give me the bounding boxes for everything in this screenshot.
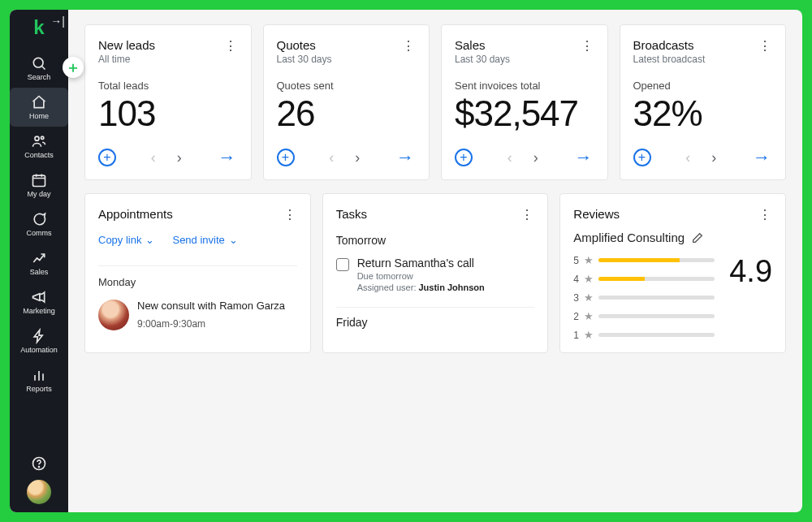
- bar-fill: [598, 277, 645, 281]
- card-quotes: Quotes Last 30 days ⋮ Quotes sent 26 + ‹…: [263, 24, 430, 180]
- card-subtitle: Last 30 days: [455, 54, 510, 65]
- day-header: Friday: [336, 316, 535, 329]
- chevron-right-icon[interactable]: ›: [347, 147, 368, 168]
- task-item[interactable]: Return Samantha's call Due tomorrow Assi…: [336, 257, 535, 292]
- sidebar-item-label: Sales: [30, 268, 49, 276]
- star-icon: ★: [584, 273, 594, 285]
- copy-link-button[interactable]: Copy link ⌄: [98, 234, 154, 246]
- review-company[interactable]: Amplified Consulting: [573, 231, 772, 244]
- svg-point-3: [41, 136, 44, 139]
- star-icon: ★: [584, 310, 594, 322]
- metric-label: Total leads: [98, 80, 238, 92]
- rating-score: 4.9: [729, 254, 772, 289]
- sidebar-item-contacts[interactable]: Contacts: [10, 127, 68, 166]
- chevron-down-icon: ⌄: [145, 234, 154, 246]
- card-title: Quotes: [277, 38, 332, 52]
- card-subtitle: Latest broadcast: [633, 54, 706, 65]
- calendar-icon: [31, 172, 47, 188]
- more-icon[interactable]: ⋮: [402, 38, 416, 54]
- card-appointments: Appointments ⋮ Copy link ⌄ Send invite ⌄…: [84, 193, 311, 353]
- sidebar-item-comms[interactable]: Comms: [10, 205, 68, 244]
- checkbox[interactable]: [336, 258, 349, 271]
- task-due: Due tomorrow: [357, 271, 485, 281]
- reports-icon: [31, 367, 47, 383]
- more-icon[interactable]: ⋮: [283, 207, 297, 222]
- chevron-left-icon[interactable]: ‹: [143, 147, 164, 168]
- chevron-left-icon[interactable]: ‹: [321, 147, 342, 168]
- metric-value: 103: [98, 95, 238, 132]
- sidebar-item-label: Search: [28, 73, 51, 81]
- metric-value: 32%: [633, 95, 773, 132]
- plus-icon: ＋: [66, 58, 80, 77]
- day-header: Tomorrow: [336, 234, 535, 247]
- task-title: Return Samantha's call: [357, 257, 485, 270]
- sidebar-item-help[interactable]: [31, 447, 47, 480]
- chevron-down-icon: ⌄: [229, 234, 238, 246]
- rating-row-2: 2★: [573, 310, 715, 322]
- rating-row-5: 5★: [573, 254, 715, 266]
- card-title: Broadcasts: [633, 38, 706, 52]
- edit-icon[interactable]: [691, 231, 704, 244]
- user-avatar[interactable]: [27, 480, 51, 504]
- card-reviews: Reviews ⋮ Amplified Consulting 5★: [559, 193, 786, 353]
- sidebar: →| k Search Home Contacts My day: [10, 10, 68, 512]
- sidebar-item-label: Comms: [27, 229, 52, 237]
- open-broadcasts-button[interactable]: →: [751, 147, 772, 168]
- chevron-right-icon[interactable]: ›: [525, 147, 546, 168]
- sidebar-item-automation[interactable]: Automation: [10, 321, 68, 360]
- sidebar-item-reports[interactable]: Reports: [10, 360, 68, 399]
- sidebar-item-label: Automation: [20, 346, 58, 354]
- add-lead-button[interactable]: +: [98, 149, 116, 166]
- task-assignee-line: Assigned user: Justin Johnson: [357, 283, 485, 292]
- open-quotes-button[interactable]: →: [395, 147, 416, 168]
- svg-point-2: [35, 136, 39, 140]
- add-sale-button[interactable]: +: [455, 149, 473, 166]
- send-invite-button[interactable]: Send invite ⌄: [172, 234, 237, 246]
- more-icon[interactable]: ⋮: [224, 38, 238, 54]
- card-title: Appointments: [98, 207, 173, 221]
- card-subtitle: Last 30 days: [277, 54, 332, 65]
- chevron-left-icon[interactable]: ‹: [499, 147, 520, 168]
- sidebar-item-search[interactable]: Search: [10, 49, 68, 88]
- chevron-right-icon[interactable]: ›: [169, 147, 190, 168]
- bar-fill: [598, 258, 680, 262]
- sidebar-item-home[interactable]: Home: [10, 88, 68, 127]
- search-icon: [31, 55, 47, 71]
- sidebar-item-myday[interactable]: My day: [10, 166, 68, 205]
- more-icon[interactable]: ⋮: [520, 207, 534, 222]
- rating-row-4: 4★: [573, 273, 715, 285]
- more-icon[interactable]: ⋮: [758, 38, 772, 54]
- contacts-icon: [31, 133, 47, 149]
- appointment-item[interactable]: New consult with Ramon Garza 9:00am-9:30…: [98, 300, 297, 330]
- svg-point-12: [39, 467, 40, 468]
- star-icon: ★: [584, 329, 594, 341]
- svg-line-1: [42, 67, 45, 70]
- svg-point-0: [33, 58, 43, 67]
- megaphone-icon: [31, 289, 47, 305]
- collapse-sidebar-icon[interactable]: →|: [50, 15, 65, 28]
- open-sales-button[interactable]: →: [573, 147, 594, 168]
- sidebar-item-label: My day: [27, 190, 50, 198]
- add-quote-button[interactable]: +: [277, 149, 295, 166]
- svg-rect-4: [33, 175, 45, 186]
- chevron-left-icon[interactable]: ‹: [677, 147, 698, 168]
- add-button[interactable]: ＋: [63, 57, 84, 78]
- help-icon: [31, 455, 47, 472]
- add-broadcast-button[interactable]: +: [633, 149, 651, 166]
- star-icon: ★: [584, 291, 594, 304]
- assignee-name: Justin Johnson: [419, 283, 485, 292]
- sales-icon: [31, 250, 47, 266]
- open-leads-button[interactable]: →: [217, 147, 238, 168]
- card-leads: New leads All time ⋮ Total leads 103 + ‹…: [84, 24, 252, 180]
- chevron-right-icon[interactable]: ›: [703, 147, 724, 168]
- more-icon[interactable]: ⋮: [581, 38, 594, 54]
- link-label: Copy link: [98, 234, 141, 246]
- sidebar-item-marketing[interactable]: Marketing: [10, 283, 68, 321]
- more-icon[interactable]: ⋮: [758, 207, 772, 222]
- metric-label: Sent invoices total: [455, 80, 594, 92]
- sidebar-item-label: Marketing: [23, 307, 55, 315]
- contact-avatar: [98, 300, 129, 330]
- sidebar-item-label: Home: [29, 112, 49, 120]
- sidebar-item-sales[interactable]: Sales: [10, 244, 68, 283]
- app-logo[interactable]: k: [33, 16, 44, 39]
